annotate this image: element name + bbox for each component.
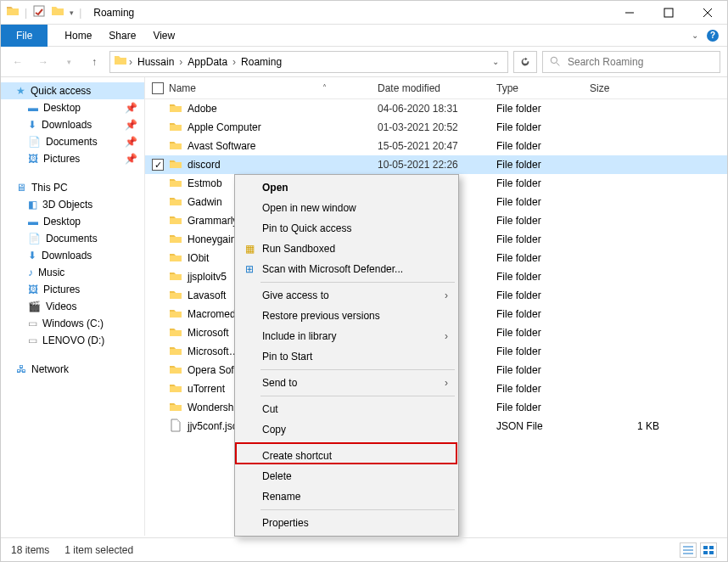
- details-view-button[interactable]: [680, 542, 697, 558]
- sidebar-item-desktop[interactable]: ▬Desktop📌: [1, 99, 144, 116]
- status-bar: 18 items 1 item selected: [1, 537, 727, 561]
- back-button[interactable]: ←: [8, 52, 28, 72]
- ribbon-expand-icon[interactable]: ⌄: [692, 31, 698, 40]
- up-button[interactable]: ↑: [84, 52, 104, 72]
- context-include-library[interactable]: Include in library›: [237, 326, 456, 346]
- row-checkbox[interactable]: [152, 159, 164, 171]
- sidebar-item-windows-c[interactable]: ▭Windows (C:): [1, 315, 144, 332]
- search-input[interactable]: [568, 56, 713, 68]
- file-row[interactable]: discord10-05-2021 22:26File folder: [145, 155, 727, 174]
- context-give-access[interactable]: Give access to›: [237, 285, 456, 306]
- forward-button[interactable]: →: [33, 52, 53, 72]
- qat-dropdown-icon[interactable]: ▾: [70, 8, 74, 17]
- context-run-sandboxed[interactable]: ▦Run Sandboxed: [237, 239, 456, 259]
- sidebar-quick-access[interactable]: ★ Quick access: [1, 82, 144, 99]
- pc-icon: 🖥: [16, 182, 26, 194]
- column-name[interactable]: Name˄: [169, 82, 378, 94]
- file-name: Microsoft: [188, 327, 229, 339]
- sidebar-item-desktop[interactable]: ▬Desktop: [1, 213, 144, 230]
- sidebar-item-documents[interactable]: 📄Documents📌: [1, 133, 144, 150]
- sidebar-item-pictures[interactable]: 🖼Pictures: [1, 281, 144, 298]
- view-tab[interactable]: View: [153, 25, 175, 47]
- column-size[interactable]: Size: [590, 82, 727, 94]
- breadcrumb-item[interactable]: Hussain: [134, 56, 177, 68]
- context-pin-start[interactable]: Pin to Start: [237, 346, 456, 367]
- file-date: 04-06-2020 18:31: [378, 103, 496, 115]
- context-restore-previous[interactable]: Restore previous versions: [237, 306, 456, 326]
- file-type: File folder: [496, 121, 590, 133]
- file-tab[interactable]: File: [1, 25, 48, 47]
- sidebar-item-music[interactable]: ♪Music: [1, 264, 144, 281]
- title-bar: | ▾ | Roaming: [1, 1, 727, 25]
- home-tab[interactable]: Home: [64, 25, 92, 47]
- minimize-button[interactable]: [610, 1, 649, 25]
- search-icon: [550, 56, 561, 67]
- recent-locations-button[interactable]: ▾: [59, 52, 79, 72]
- sidebar-item-pictures[interactable]: 🖼Pictures📌: [1, 150, 144, 167]
- breadcrumb-item[interactable]: AppData: [184, 56, 231, 68]
- column-type[interactable]: Type: [496, 82, 590, 94]
- sidebar-item-downloads[interactable]: ⬇Downloads📌: [1, 116, 144, 133]
- file-row[interactable]: Apple Computer01-03-2021 20:52File folde…: [145, 118, 727, 137]
- videos-icon: 🎬: [28, 301, 41, 312]
- context-rename[interactable]: Rename: [237, 486, 456, 507]
- pin-icon: 📌: [125, 119, 137, 131]
- file-type: File folder: [496, 271, 590, 283]
- icons-view-button[interactable]: [700, 542, 717, 558]
- sidebar-this-pc[interactable]: 🖥This PC: [1, 179, 144, 196]
- refresh-button[interactable]: [513, 51, 537, 73]
- close-button[interactable]: [688, 1, 727, 25]
- context-open[interactable]: Open: [237, 177, 456, 198]
- address-bar[interactable]: › Hussain › AppData › Roaming ⌄: [109, 51, 508, 73]
- share-tab[interactable]: Share: [109, 25, 136, 47]
- context-pin-quick-access[interactable]: Pin to Quick access: [237, 218, 456, 239]
- context-properties[interactable]: Properties: [237, 513, 456, 533]
- file-date: 10-05-2021 22:26: [378, 159, 496, 171]
- file-name: Honeygain: [188, 233, 236, 245]
- chevron-right-icon[interactable]: ›: [129, 56, 132, 68]
- sidebar-item-documents[interactable]: 📄Documents: [1, 230, 144, 247]
- breadcrumb-item[interactable]: Roaming: [238, 56, 285, 68]
- file-type: File folder: [496, 346, 590, 357]
- context-cut[interactable]: Cut: [237, 399, 456, 419]
- folder-icon: [169, 269, 182, 285]
- context-open-new-window[interactable]: Open in new window: [237, 198, 456, 218]
- select-all-checkbox[interactable]: [152, 82, 164, 94]
- file-type: File folder: [496, 177, 590, 189]
- column-date[interactable]: Date modified: [378, 82, 496, 94]
- help-icon[interactable]: ?: [707, 30, 719, 42]
- file-name: Grammarly: [188, 215, 238, 227]
- context-delete[interactable]: Delete: [237, 466, 456, 486]
- properties-icon[interactable]: [32, 4, 46, 20]
- chevron-right-icon[interactable]: ›: [179, 56, 182, 68]
- context-send-to[interactable]: Send to›: [237, 373, 456, 393]
- sidebar-item-3d-objects[interactable]: ◧3D Objects: [1, 196, 144, 213]
- address-dropdown-icon[interactable]: ⌄: [492, 57, 499, 66]
- file-type: File folder: [496, 364, 590, 376]
- folder-icon-small[interactable]: [51, 4, 64, 20]
- file-name: Avast Software: [188, 140, 255, 152]
- file-name: jjsploitv5: [188, 271, 227, 283]
- maximize-button[interactable]: [649, 1, 688, 25]
- sidebar-item-downloads[interactable]: ⬇Downloads: [1, 247, 144, 264]
- file-name: IObit: [188, 252, 209, 264]
- context-scan-defender[interactable]: ⊞Scan with Microsoft Defender...: [237, 259, 456, 279]
- file-type: File folder: [496, 196, 590, 208]
- file-row[interactable]: Adobe04-06-2020 18:31File folder: [145, 99, 727, 118]
- context-create-shortcut[interactable]: Create shortcut: [237, 446, 456, 466]
- sidebar-item-videos[interactable]: 🎬Videos: [1, 298, 144, 315]
- folder-icon: [169, 381, 182, 397]
- defender-icon: ⊞: [242, 261, 257, 277]
- context-copy[interactable]: Copy: [237, 419, 456, 440]
- file-row[interactable]: Avast Software15-05-2021 20:47File folde…: [145, 137, 727, 155]
- sidebar-label: Quick access: [31, 85, 91, 97]
- sidebar-network[interactable]: 🖧Network: [1, 361, 144, 378]
- svg-rect-11: [709, 546, 714, 549]
- file-type: JSON File: [496, 420, 590, 432]
- sidebar-item-lenovo-d[interactable]: ▭LENOVO (D:): [1, 332, 144, 349]
- search-box[interactable]: [542, 51, 720, 73]
- folder-icon: [169, 306, 182, 323]
- folder-icon: [169, 157, 182, 173]
- documents-icon: 📄: [28, 136, 41, 148]
- chevron-right-icon[interactable]: ›: [232, 56, 236, 68]
